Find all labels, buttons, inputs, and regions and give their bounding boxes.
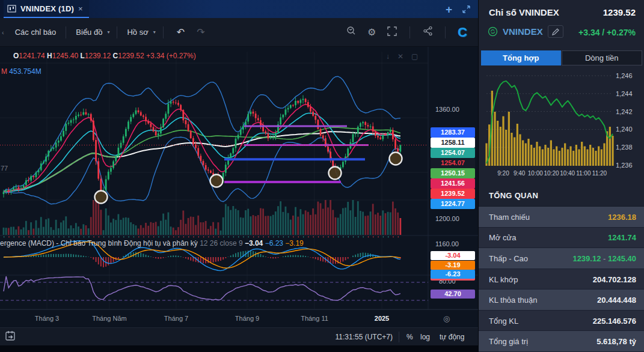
price-label-chip: 1224.77 <box>431 199 475 209</box>
fullscreen-icon[interactable] <box>382 26 402 38</box>
macd-value-chip: -3.19 <box>431 261 475 270</box>
intraday-y-tick: 1,242 <box>616 108 633 115</box>
ohlc-legend: O1241.74 H1245.40 L1239.12 C1239.52 +3.3… <box>13 52 196 60</box>
price-label-chip: 1254.07 <box>431 158 475 168</box>
tab-tong-hop[interactable]: Tổng hợp <box>481 50 561 65</box>
divider <box>117 26 117 38</box>
refresh-icon[interactable] <box>488 26 498 37</box>
timeline-month: Tháng 11 <box>301 315 328 322</box>
symbol-name[interactable]: VNINDEX <box>503 26 543 37</box>
status-bar: 11:31:55 (UTC+7) % log tự động <box>0 327 478 345</box>
auto-scale-button[interactable]: tự động <box>440 333 464 341</box>
candlestick-tab-icon <box>7 5 16 13</box>
clipped-price-label: 77 <box>1 165 8 172</box>
intraday-x-tick: 9:40 <box>514 170 526 177</box>
panel-title: Chỉ số VNINDEX <box>489 7 559 17</box>
pane-move-down-icon[interactable]: ↓ <box>386 52 390 61</box>
candlestick-chart[interactable] <box>0 47 478 327</box>
intraday-x-tick: 11:00 <box>576 170 591 177</box>
tab-title: VNINDEX (1D) <box>20 4 74 13</box>
table-row: Mở cửa 1241.74 <box>479 228 644 249</box>
chart-canvas[interactable]: O1241.74 H1245.40 L1239.12 C1239.52 +3.3… <box>0 47 478 327</box>
timeline-month: Tháng 7 <box>164 315 188 322</box>
panel-change: +3.34 / +0.27% <box>578 28 636 37</box>
intraday-x-tick: 10:20 <box>544 170 559 177</box>
price-axis-tick: 1360.00 <box>435 106 459 113</box>
log-scale-button[interactable]: log <box>420 333 430 341</box>
tab-dong-tien[interactable]: Dòng tiền <box>562 50 643 65</box>
broker-logo[interactable]: C <box>453 25 472 40</box>
macd-indicator-legend[interactable]: ergence (MACD) - Chỉ báo Trung bình Động… <box>0 239 304 247</box>
expand-window-icon[interactable] <box>462 5 471 14</box>
price-axis-tick: 1200.00 <box>435 215 459 222</box>
price-label-chip: 1254.07 <box>431 148 475 158</box>
table-row: Thấp - Cao 1239.12 - 1245.40 <box>479 248 644 269</box>
share-icon[interactable] <box>417 26 438 38</box>
bottom-strip <box>0 345 478 352</box>
table-row: KL thỏa thuận 20.444.448 <box>479 290 644 311</box>
table-row: Tổng KL 225.146.576 <box>479 311 644 332</box>
symbol-info-panel: Chỉ số VNINDEX 1239.52 VNINDEX +3.34 / +… <box>478 0 644 352</box>
tab-close-icon[interactable]: × <box>78 4 83 13</box>
volume-legend: M 453.754M <box>1 67 41 76</box>
intraday-y-tick: 1,236 <box>616 162 633 169</box>
macd-value-chip: -3.04 <box>431 251 475 260</box>
timeline-month: Tháng 9 <box>235 315 259 322</box>
chart-tabbar: VNINDEX (1D) × + <box>0 0 478 18</box>
rsi-value-chip: 42.70 <box>431 290 475 299</box>
clock-label: 11:31:55 (UTC+7) <box>336 333 393 341</box>
intraday-y-tick: 1,244 <box>616 90 633 97</box>
price-label-chip: 1283.37 <box>431 127 475 138</box>
zoom-reset-icon[interactable] <box>341 26 361 39</box>
overview-title: TỔNG QUAN <box>489 191 538 200</box>
timeline-month: Tháng Năm <box>92 315 126 322</box>
pane-controls: ↓ ✕ ▢ <box>386 52 418 61</box>
collapse-sidebar-icon[interactable]: ‹ <box>0 29 4 36</box>
divider <box>409 26 410 38</box>
macd-value-chip: -6.23 <box>431 270 475 279</box>
calendar-icon[interactable] <box>5 330 16 344</box>
time-axis-settings-icon[interactable]: ◎ <box>443 314 450 323</box>
intraday-chart: 1,2461,2441,2421,2401,2381,2369:209:4010… <box>479 65 644 183</box>
intraday-y-tick: 1,240 <box>616 126 633 133</box>
pane-collapse-icon[interactable]: ✕ <box>397 52 403 61</box>
intraday-x-tick: 10:40 <box>560 170 575 177</box>
price-label-chip: 1239.52 <box>431 189 475 199</box>
price-label-chip: 1250.15 <box>431 168 475 178</box>
overview-header: TỔNG QUAN <box>479 184 644 207</box>
intraday-x-tick: 10:00 <box>528 170 543 177</box>
gear-icon[interactable]: ⚙ <box>361 26 382 38</box>
chevron-down-icon: ▾ <box>107 29 109 35</box>
undo-icon[interactable]: ↶ <box>171 26 191 38</box>
divider <box>445 26 446 38</box>
panel-tabs: Tổng hợp Dòng tiền <box>481 50 642 65</box>
profile-menu[interactable]: Hồ sơ <box>124 28 150 37</box>
chart-workspace: VNINDEX (1D) × + ‹ Các chỉ báo Biểu đồ ▾… <box>0 0 478 352</box>
divider <box>399 332 399 342</box>
chart-toolbar: ‹ Các chỉ báo Biểu đồ ▾ Hồ sơ ▾ ↶ ↷ ⚙ <box>0 18 478 47</box>
intraday-x-tick: 11:20 <box>592 170 607 177</box>
table-row: Tham chiếu 1236.18 <box>479 207 644 228</box>
intraday-y-tick: 1,238 <box>616 144 633 151</box>
pane-maximize-icon[interactable]: ▢ <box>411 52 418 61</box>
redo-icon[interactable]: ↷ <box>191 26 210 38</box>
timeline-month: Tháng 3 <box>35 315 59 322</box>
tab-vnindex-1d[interactable]: VNINDEX (1D) × <box>4 0 89 18</box>
panel-last-price: 1239.52 <box>603 7 636 17</box>
chart-type-menu[interactable]: Biểu đồ <box>73 28 105 37</box>
add-tab-icon[interactable]: + <box>446 4 452 15</box>
intraday-x-tick: 9:20 <box>497 170 509 177</box>
chevron-down-icon: ▾ <box>153 29 156 35</box>
table-row: KL khớp 204.702.128 <box>479 269 644 290</box>
price-label-chip: 1258.11 <box>431 138 475 148</box>
edit-symbol-button[interactable] <box>548 25 563 38</box>
percent-scale-button[interactable]: % <box>406 333 413 341</box>
time-axis[interactable]: Tháng 3 Tháng Năm Tháng 7 Tháng 9 Tháng … <box>0 309 478 327</box>
indicators-menu[interactable]: Các chỉ báo <box>13 28 59 37</box>
table-row: Tổng giá trị 5.618,78 tỷ <box>479 331 644 352</box>
divider <box>66 26 66 38</box>
price-axis-tick: 1160.00 <box>435 240 459 247</box>
intraday-y-tick: 1,246 <box>616 72 633 79</box>
divider <box>163 26 164 38</box>
price-label-chip: 1241.56 <box>431 178 475 189</box>
